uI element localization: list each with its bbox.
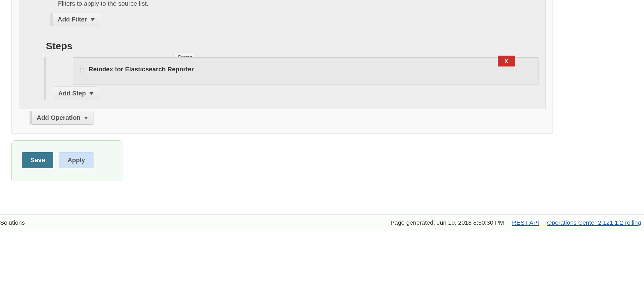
- section-divider: [26, 37, 538, 37]
- delete-step-button[interactable]: X: [498, 56, 515, 66]
- step-title: Reindex for Elasticsearch Reporter: [89, 66, 194, 73]
- steps-heading: Steps: [46, 40, 545, 52]
- rest-api-link[interactable]: REST API: [512, 219, 539, 226]
- add-operation-button[interactable]: Add Operation: [31, 111, 93, 125]
- save-button[interactable]: Save: [22, 152, 53, 168]
- footer-left-text: Solutions: [0, 219, 25, 226]
- chevron-down-icon: [91, 18, 95, 21]
- apply-button[interactable]: Apply: [59, 152, 93, 168]
- operation-section: Filters to apply to the source list. Add…: [19, 0, 546, 109]
- main-config-panel: Filters to apply to the source list. Add…: [11, 0, 553, 134]
- delete-step-label: X: [504, 58, 508, 64]
- save-label: Save: [30, 156, 45, 164]
- step-item: Reindex for Elasticsearch Reporter: [73, 57, 538, 85]
- footer-generated-text: Page generated: Jun 19, 2018 8:50:30 PM: [391, 219, 504, 226]
- add-filter-button[interactable]: Add Filter: [52, 13, 100, 26]
- add-step-label: Add Step: [58, 90, 86, 97]
- drag-handle-icon[interactable]: [78, 66, 85, 72]
- page-footer: Solutions Page generated: Jun 19, 2018 8…: [0, 214, 644, 231]
- actions-panel: Save Apply: [11, 140, 123, 180]
- chevron-down-icon: [89, 92, 93, 95]
- version-link[interactable]: Operations Center 2.121.1.2-rolling: [547, 219, 641, 226]
- apply-label: Apply: [67, 156, 85, 164]
- chevron-down-icon: [84, 117, 88, 119]
- add-filter-label: Add Filter: [58, 16, 87, 23]
- add-operation-label: Add Operation: [37, 114, 81, 122]
- filters-help-text: Filters to apply to the source list.: [58, 0, 545, 7]
- add-step-button[interactable]: Add Step: [53, 87, 99, 100]
